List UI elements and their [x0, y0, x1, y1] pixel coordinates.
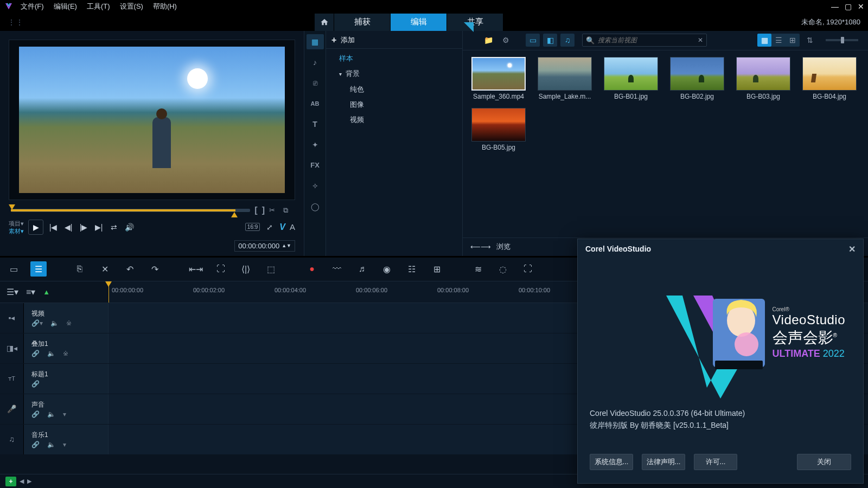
library-add-button[interactable]: +添加 [326, 33, 462, 49]
legal-button[interactable]: 法律声明... [642, 454, 685, 470]
timeline-mode-icon[interactable]: ☰ [30, 261, 47, 277]
tab-share[interactable]: 共享 [447, 14, 503, 31]
cut-icon[interactable]: ✂ [269, 206, 279, 214]
tab-capture[interactable]: 捕获 [334, 14, 391, 31]
thumbnail-item[interactable]: BG-B02.jpg [668, 57, 726, 100]
scroll-right-icon[interactable]: ▶ [27, 478, 31, 485]
track-overlay-icon[interactable]: ◨◂ [0, 333, 24, 363]
thumbnail-item[interactable]: BG-B04.jpg [800, 57, 859, 100]
tab-edit[interactable]: 编辑 [391, 14, 447, 31]
thumbnail-item[interactable]: BG-B05.jpg [469, 108, 528, 151]
track-fx-icon[interactable]: ※ [66, 319, 72, 327]
license-button[interactable]: 许可... [694, 454, 737, 470]
thumbnail-item[interactable]: Sample_Lake.m... [535, 57, 594, 100]
menu-settings[interactable]: 设置(S) [120, 2, 143, 11]
prev-frame-button[interactable]: ◀| [63, 222, 74, 233]
track-voice-icon[interactable]: 🎤 [0, 394, 24, 424]
speed-icon[interactable]: ≋ [470, 261, 486, 277]
sidebar-fx-icon[interactable]: FX [307, 158, 324, 173]
capture-icon[interactable]: ⚙ [499, 34, 513, 47]
track-options-icon[interactable]: ☰▾ [7, 284, 18, 299]
preview-mode-clip[interactable]: 素材▾ [9, 227, 24, 235]
pin-icon[interactable] [464, 22, 474, 32]
a-mode-icon[interactable]: A [290, 222, 295, 232]
maximize-button[interactable]: ▢ [844, 3, 852, 10]
timecode-display[interactable]: 00:00:00:000▲▼ [234, 240, 295, 252]
undo-icon[interactable]: ↶ [122, 261, 138, 277]
sidebar-media-icon[interactable]: ▦ [307, 34, 324, 49]
menu-file[interactable]: 文件(F) [21, 2, 44, 11]
home-button[interactable] [315, 14, 334, 31]
view-list-icon[interactable]: ☰ [771, 34, 786, 47]
tree-item-image[interactable]: 图像 [330, 97, 458, 112]
play-button[interactable]: ▶ [28, 220, 43, 235]
tree-item-solid[interactable]: 纯色 [330, 82, 458, 97]
view-thumb-icon[interactable]: ▦ [757, 34, 771, 47]
snapshot-icon[interactable]: ⧉ [283, 206, 293, 215]
mixer-icon[interactable]: 〰 [329, 261, 345, 277]
copy-attr-icon[interactable]: ⎘ [72, 261, 88, 277]
preview-mode-project[interactable]: 项目▾ [9, 220, 24, 227]
aspect-ratio-label[interactable]: 16:9 [245, 223, 260, 231]
sort-icon[interactable]: ⇅ [803, 34, 817, 47]
track-title-icon[interactable]: ᴛT [0, 364, 24, 394]
track-mute-icon[interactable]: 🔈 [50, 319, 59, 327]
subtitle-icon[interactable]: ☷ [404, 261, 420, 277]
dialog-close-button[interactable]: ✕ [848, 244, 856, 254]
sidebar-overlay-icon[interactable]: ✦ [307, 137, 324, 152]
volume-icon[interactable]: 🔊 [124, 222, 135, 233]
storyboard-mode-icon[interactable]: ▭ [5, 261, 22, 277]
fit-project-icon[interactable]: ⇤⇥ [188, 261, 204, 277]
split-icon[interactable]: ⟨|⟩ [238, 261, 254, 277]
mark-out-icon[interactable]: ] [262, 206, 265, 215]
track-video-icon[interactable]: ▪◂ [0, 303, 24, 333]
fit-window-icon[interactable]: ⛶ [213, 261, 229, 277]
menu-tools[interactable]: 工具(T) [87, 2, 110, 11]
tools-icon[interactable]: ✕ [97, 261, 113, 277]
auto-music-icon[interactable]: ♬ [354, 261, 370, 277]
filter-audio-icon[interactable]: ♫ [560, 34, 575, 47]
motion-track-icon[interactable]: ◉ [379, 261, 395, 277]
crop-icon[interactable]: ⬚ [263, 261, 279, 277]
import-folder-icon[interactable]: 📁 [481, 34, 495, 47]
track-music-icon[interactable]: ♫ [0, 425, 24, 454]
tree-item-samples[interactable]: 样本 [330, 51, 458, 66]
sidebar-title-ab-icon[interactable]: AB [307, 96, 324, 111]
track-link-icon[interactable]: 🔗▾ [31, 319, 43, 327]
multiview-icon[interactable]: ⊞ [429, 261, 445, 277]
redo-icon[interactable]: ↷ [146, 261, 163, 277]
thumbnail-item[interactable]: BG-B03.jpg [734, 57, 793, 100]
facefocus-icon[interactable]: ⛶ [520, 261, 536, 277]
go-end-button[interactable]: ▶| [93, 222, 104, 233]
track-height-icon[interactable]: ≡▾ [26, 284, 35, 299]
thumb-zoom-slider[interactable] [826, 39, 858, 41]
sidebar-title-icon[interactable]: T [307, 117, 324, 132]
sidebar-audio-icon[interactable]: ♪ [307, 55, 324, 70]
filter-video-icon[interactable]: ▭ [526, 34, 540, 47]
record-icon[interactable]: ● [304, 261, 320, 277]
sidebar-transition-icon[interactable]: ⎚ [307, 75, 324, 91]
collapse-tracks-icon[interactable]: ▲ [43, 288, 50, 296]
playhead[interactable] [108, 281, 109, 303]
go-start-button[interactable]: |◀ [48, 222, 59, 233]
filter-photo-icon[interactable]: ◧ [543, 34, 557, 47]
minimize-button[interactable]: — [831, 3, 839, 10]
scroll-left-icon[interactable]: ◀ [20, 478, 24, 485]
browse-label[interactable]: 浏览 [496, 242, 510, 252]
thumbnail-item[interactable]: Sample_360.mp4 [469, 57, 528, 100]
loop-button[interactable]: ⇄ [108, 222, 119, 233]
dialog-close-btn[interactable]: 关闭 [797, 454, 851, 470]
tree-item-video[interactable]: 视频 [330, 112, 458, 127]
add-track-button[interactable]: + [5, 477, 16, 486]
browse-toggle-icon[interactable]: ⟵⟶ [470, 243, 491, 251]
search-input[interactable] [598, 36, 694, 44]
scrubber[interactable] [11, 209, 250, 212]
search-box[interactable]: 🔍 ✕ [582, 34, 707, 47]
preview-monitor[interactable] [9, 40, 295, 200]
thumbnail-item[interactable]: BG-B01.jpg [602, 57, 660, 100]
view-grid-icon[interactable]: ⊞ [786, 34, 800, 47]
clear-search-icon[interactable]: ✕ [698, 36, 703, 44]
mark-in-icon[interactable]: [ [254, 206, 257, 215]
tree-item-background[interactable]: ▾背景 [330, 66, 458, 82]
menu-help[interactable]: 帮助(H) [153, 2, 177, 11]
